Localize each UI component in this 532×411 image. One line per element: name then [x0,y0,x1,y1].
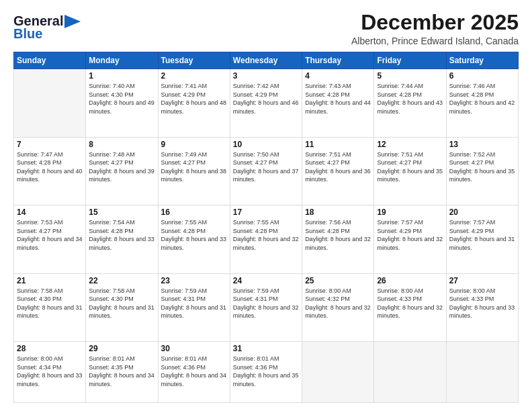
col-header-friday: Friday [374,52,446,69]
day-number: 13 [449,140,515,149]
day-cell: 27Sunrise: 8:00 AMSunset: 4:33 PMDayligh… [446,273,518,341]
day-cell: 28Sunrise: 8:00 AMSunset: 4:34 PMDayligh… [14,342,86,403]
day-info: Sunrise: 7:59 AMSunset: 4:31 PMDaylight:… [233,287,299,320]
day-info: Sunrise: 7:52 AMSunset: 4:27 PMDaylight:… [449,150,515,184]
day-number: 7 [17,140,83,149]
day-number: 3 [233,71,299,81]
day-cell: 10Sunrise: 7:50 AMSunset: 4:27 PMDayligh… [230,137,302,205]
day-cell: 1Sunrise: 7:40 AMSunset: 4:30 PMDaylight… [86,69,158,137]
day-number: 15 [89,208,154,217]
col-header-tuesday: Tuesday [158,52,230,69]
day-number: 22 [89,276,154,285]
day-cell [446,342,518,403]
day-number: 17 [233,208,299,217]
day-info: Sunrise: 7:46 AMSunset: 4:28 PMDaylight:… [449,82,515,116]
day-cell: 23Sunrise: 7:59 AMSunset: 4:31 PMDayligh… [158,273,230,341]
day-info: Sunrise: 8:01 AMSunset: 4:36 PMDaylight:… [233,355,299,388]
logo-blue: Blue [13,26,42,42]
day-cell: 8Sunrise: 7:48 AMSunset: 4:27 PMDaylight… [86,137,158,205]
day-number: 1 [89,71,154,81]
calendar-table: SundayMondayTuesdayWednesdayThursdayFrid… [13,52,519,403]
day-number: 11 [305,140,371,149]
week-row-2: 7Sunrise: 7:47 AMSunset: 4:28 PMDaylight… [14,137,519,205]
day-cell [374,342,446,403]
header: General Blue December 2025 Alberton, Pri… [13,11,519,46]
day-cell: 3Sunrise: 7:42 AMSunset: 4:29 PMDaylight… [230,69,302,137]
day-info: Sunrise: 7:51 AMSunset: 4:27 PMDaylight:… [305,150,371,184]
day-cell: 11Sunrise: 7:51 AMSunset: 4:27 PMDayligh… [302,137,374,205]
day-number: 19 [377,208,443,217]
logo: General Blue [13,13,81,42]
day-number: 21 [17,276,83,285]
week-row-3: 14Sunrise: 7:53 AMSunset: 4:27 PMDayligh… [14,205,519,273]
col-header-thursday: Thursday [302,52,374,69]
day-cell: 31Sunrise: 8:01 AMSunset: 4:36 PMDayligh… [230,342,302,403]
day-info: Sunrise: 7:57 AMSunset: 4:29 PMDaylight:… [449,218,515,252]
day-info: Sunrise: 8:00 AMSunset: 4:32 PMDaylight:… [305,287,371,320]
logo-arrow-icon [64,15,81,28]
day-number: 12 [377,140,443,149]
day-cell: 5Sunrise: 7:44 AMSunset: 4:28 PMDaylight… [374,69,446,137]
day-number: 8 [89,140,154,149]
day-info: Sunrise: 7:49 AMSunset: 4:27 PMDaylight:… [161,150,227,184]
day-cell: 4Sunrise: 7:43 AMSunset: 4:28 PMDaylight… [302,69,374,137]
day-info: Sunrise: 7:58 AMSunset: 4:30 PMDaylight:… [89,287,154,320]
day-info: Sunrise: 8:00 AMSunset: 4:33 PMDaylight:… [377,287,443,320]
day-number: 29 [89,344,154,353]
day-info: Sunrise: 8:00 AMSunset: 4:33 PMDaylight:… [449,287,515,320]
day-info: Sunrise: 7:59 AMSunset: 4:31 PMDaylight:… [161,287,227,320]
day-info: Sunrise: 7:48 AMSunset: 4:27 PMDaylight:… [89,150,154,184]
day-cell: 26Sunrise: 8:00 AMSunset: 4:33 PMDayligh… [374,273,446,341]
day-info: Sunrise: 7:40 AMSunset: 4:30 PMDaylight:… [89,82,154,116]
day-info: Sunrise: 7:56 AMSunset: 4:28 PMDaylight:… [305,218,371,252]
day-info: Sunrise: 8:01 AMSunset: 4:35 PMDaylight:… [89,355,154,388]
day-number: 10 [233,140,299,149]
col-header-monday: Monday [86,52,158,69]
day-cell [302,342,374,403]
day-cell: 29Sunrise: 8:01 AMSunset: 4:35 PMDayligh… [86,342,158,403]
day-number: 30 [161,344,227,353]
day-info: Sunrise: 7:50 AMSunset: 4:27 PMDaylight:… [233,150,299,184]
day-info: Sunrise: 8:00 AMSunset: 4:34 PMDaylight:… [17,355,83,388]
day-info: Sunrise: 7:58 AMSunset: 4:30 PMDaylight:… [17,287,83,320]
day-cell: 25Sunrise: 8:00 AMSunset: 4:32 PMDayligh… [302,273,374,341]
day-number: 18 [305,208,371,217]
day-cell: 9Sunrise: 7:49 AMSunset: 4:27 PMDaylight… [158,137,230,205]
day-number: 26 [377,276,443,285]
day-cell: 22Sunrise: 7:58 AMSunset: 4:30 PMDayligh… [86,273,158,341]
day-number: 24 [233,276,299,285]
day-info: Sunrise: 7:54 AMSunset: 4:28 PMDaylight:… [89,218,154,252]
day-cell: 13Sunrise: 7:52 AMSunset: 4:27 PMDayligh… [446,137,518,205]
day-number: 14 [17,208,83,217]
day-number: 20 [449,208,515,217]
day-number: 28 [17,344,83,353]
day-cell: 24Sunrise: 7:59 AMSunset: 4:31 PMDayligh… [230,273,302,341]
day-cell: 7Sunrise: 7:47 AMSunset: 4:28 PMDaylight… [14,137,86,205]
day-cell: 30Sunrise: 8:01 AMSunset: 4:36 PMDayligh… [158,342,230,403]
week-row-5: 28Sunrise: 8:00 AMSunset: 4:34 PMDayligh… [14,342,519,403]
day-number: 25 [305,276,371,285]
day-number: 5 [377,71,443,81]
subtitle: Alberton, Prince Edward Island, Canada [351,36,519,46]
day-info: Sunrise: 7:44 AMSunset: 4:28 PMDaylight:… [377,82,443,116]
day-info: Sunrise: 7:53 AMSunset: 4:27 PMDaylight:… [17,218,83,252]
day-cell [14,69,86,137]
day-info: Sunrise: 7:41 AMSunset: 4:29 PMDaylight:… [161,82,227,116]
day-info: Sunrise: 7:57 AMSunset: 4:29 PMDaylight:… [377,218,443,252]
main-title: December 2025 [351,11,519,34]
day-cell: 17Sunrise: 7:55 AMSunset: 4:28 PMDayligh… [230,205,302,273]
day-cell: 20Sunrise: 7:57 AMSunset: 4:29 PMDayligh… [446,205,518,273]
svg-marker-0 [64,15,81,28]
col-header-saturday: Saturday [446,52,518,69]
day-info: Sunrise: 7:55 AMSunset: 4:28 PMDaylight:… [161,218,227,252]
day-info: Sunrise: 7:51 AMSunset: 4:27 PMDaylight:… [377,150,443,184]
day-info: Sunrise: 7:47 AMSunset: 4:28 PMDaylight:… [17,150,83,184]
day-number: 2 [161,71,227,81]
day-cell: 18Sunrise: 7:56 AMSunset: 4:28 PMDayligh… [302,205,374,273]
col-header-sunday: Sunday [14,52,86,69]
day-cell: 2Sunrise: 7:41 AMSunset: 4:29 PMDaylight… [158,69,230,137]
day-number: 9 [161,140,227,149]
calendar-header-row: SundayMondayTuesdayWednesdayThursdayFrid… [14,52,519,69]
day-cell: 15Sunrise: 7:54 AMSunset: 4:28 PMDayligh… [86,205,158,273]
day-info: Sunrise: 7:43 AMSunset: 4:28 PMDaylight:… [305,82,371,116]
